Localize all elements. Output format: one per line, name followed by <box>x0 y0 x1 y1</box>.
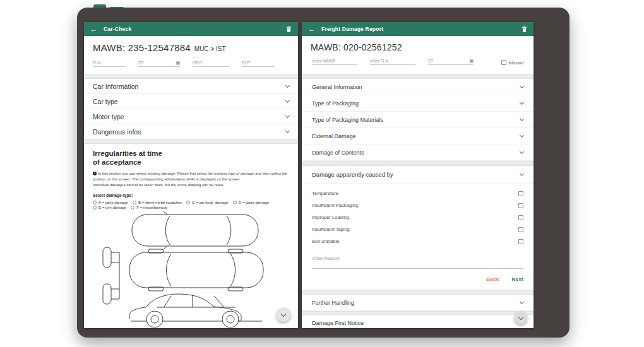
chevron-down-icon <box>520 100 524 104</box>
chevron-down-icon <box>285 113 290 117</box>
other-reason-field[interactable]: Other Reason <box>312 251 523 269</box>
wizard-actions: Back Next <box>302 269 534 290</box>
car-check-header: ← Car-Check <box>84 22 298 36</box>
section-divider <box>302 74 534 79</box>
trash-icon[interactable] <box>286 26 292 33</box>
option-insufficient-packaging: Insufficient Packaging <box>302 199 534 211</box>
accordion-dangerous-infos[interactable]: Dangerous infos <box>84 124 298 139</box>
radio-icon <box>93 206 97 209</box>
chevron-down-icon <box>520 132 524 137</box>
st-input[interactable] <box>428 59 467 63</box>
accordion-type-of-packaging-materials[interactable]: Type of Packaging Materials <box>302 112 534 128</box>
scroll-down-fab[interactable] <box>277 308 290 322</box>
chevron-down-icon <box>520 116 524 121</box>
chevron-down-icon <box>520 83 524 88</box>
car-check-content: MAWB: 235-12547884 MUC > IST ▦ Car Infor… <box>84 36 298 328</box>
chevron-down-icon <box>520 299 524 303</box>
dgt-field[interactable] <box>242 61 275 65</box>
accordion-label: General Information <box>312 84 362 90</box>
accordion-general-information[interactable]: General Information <box>302 79 534 95</box>
irregularities-title: Irregularities at time of acceptance <box>93 149 289 167</box>
damage-cause-options: Temperature Insufficient Packaging Impro… <box>302 184 534 290</box>
calendar-icon[interactable]: ▦ <box>176 61 180 65</box>
radio-icon <box>93 201 97 204</box>
accordion-car-type[interactable]: Car type <box>84 94 298 109</box>
st-field[interactable] <box>138 61 174 65</box>
trash-icon[interactable] <box>522 26 527 33</box>
accordion-motor-type[interactable]: Motor type <box>84 109 298 124</box>
option-insufficient-taping: Insufficient Taping <box>302 223 534 235</box>
car-check-app: ← Car-Check MAWB: 235-12547884 MUC > IST… <box>84 22 298 328</box>
radio-sheet-metal-scratches[interactable]: B = sheet metal scratches <box>133 201 182 204</box>
mawb-number: MAWB: 020-02561252 <box>311 42 402 52</box>
other-reason-label: Other Reason <box>312 256 340 261</box>
accordion-label: Damage First Notice <box>312 320 364 326</box>
checkbox[interactable] <box>518 203 523 208</box>
radio-icon <box>233 201 237 204</box>
option-temperature: Temperature <box>302 187 534 199</box>
accordion-type-of-packaging[interactable]: Type of Packaging <box>302 95 534 112</box>
select-damage-type-label: Select damage-type: <box>93 193 289 197</box>
accordion-label: Car Information <box>93 83 138 90</box>
fln-field[interactable] <box>93 61 126 65</box>
chevron-down-icon <box>518 314 523 319</box>
accordion-car-information[interactable]: Car Information <box>84 79 298 94</box>
fln-input[interactable] <box>370 59 415 63</box>
back-arrow-icon[interactable]: ← <box>90 26 97 33</box>
radio-icon <box>131 206 134 209</box>
radio-miscellaneous[interactable]: F = miscellaneous <box>131 206 167 209</box>
irregularities-info-text: iIn this section you can select existing… <box>93 171 289 188</box>
accordion-label: Type of Packaging Materials <box>312 117 383 123</box>
calendar-icon[interactable]: ▦ <box>469 59 474 63</box>
info-icon: i <box>93 172 97 175</box>
car-damage-diagram[interactable] <box>84 211 298 328</box>
checkbox[interactable] <box>518 227 523 232</box>
radio-car-body-damage[interactable]: C = car body damage <box>186 201 229 204</box>
checkbox[interactable] <box>518 239 523 244</box>
chevron-down-icon <box>520 149 524 153</box>
freight-report-header: ← Freight Damage Report <box>302 22 534 36</box>
inbound-checkbox[interactable] <box>501 60 506 65</box>
accordion-label: Car type <box>93 98 118 105</box>
accordion-label: Damage of Contents <box>312 150 364 156</box>
section-divider <box>302 290 534 295</box>
org-field[interactable] <box>193 61 229 65</box>
irregularities-section: Irregularities at time of acceptance iIn… <box>84 144 298 209</box>
accordion-damage-apparently-caused-by[interactable]: Damage apparently caused by <box>302 166 534 184</box>
section-divider <box>84 139 298 144</box>
radio-tyre-damage[interactable]: E = tyre damage <box>93 206 126 209</box>
damage-type-radio-group: A = paint damage B = sheet metal scratch… <box>93 199 289 209</box>
checkbox[interactable] <box>518 215 523 220</box>
accordion-label: Type of Packaging <box>312 100 359 107</box>
accordion-label: External Damage <box>312 133 356 139</box>
freight-report-content: MAWB: 020-02561252 ▦ Inbound General Inf… <box>302 36 534 328</box>
mawb-input[interactable] <box>312 59 357 63</box>
inbound-label: Inbound <box>509 61 524 65</box>
checkbox[interactable] <box>518 191 523 196</box>
inbound-checkbox-group[interactable]: Inbound <box>501 60 524 65</box>
chevron-down-icon <box>281 311 286 316</box>
accordion-further-handling[interactable]: Further Handling <box>302 295 534 311</box>
back-button[interactable]: Back <box>486 276 499 282</box>
accordion-damage-of-contents[interactable]: Damage of Contents <box>302 144 534 161</box>
option-box-unstable: Box unstable <box>302 235 534 247</box>
scroll-down-fab[interactable] <box>515 312 527 324</box>
chevron-down-icon <box>520 171 524 175</box>
next-button[interactable]: Next <box>511 276 523 282</box>
accordion-label: Damage apparently caused by <box>312 171 393 178</box>
mawb-heading: MAWB: 235-12547884 MUC > IST <box>84 36 298 56</box>
radio-glass-damage[interactable]: D = glass damage <box>233 201 270 204</box>
back-arrow-icon[interactable]: ← <box>308 26 315 33</box>
mawb-heading: MAWB: 020-02561252 <box>302 36 534 55</box>
chevron-down-icon <box>285 98 290 102</box>
report-fields-row: ▦ Inbound <box>302 55 534 74</box>
radio-paint-damage[interactable]: A = paint damage <box>93 201 128 204</box>
chevron-down-icon <box>285 83 290 87</box>
mawb-number: MAWB: 235-12547884 <box>93 42 191 53</box>
accordion-external-damage[interactable]: External Damage <box>302 128 534 144</box>
freight-damage-report-app: ← Freight Damage Report MAWB: 020-025612… <box>302 22 534 328</box>
accordion-damage-first-notice[interactable]: Damage First Notice <box>302 315 534 328</box>
option-improper-loading: Improper Loading <box>302 211 534 223</box>
radio-icon <box>186 201 190 204</box>
section-divider <box>302 161 534 166</box>
